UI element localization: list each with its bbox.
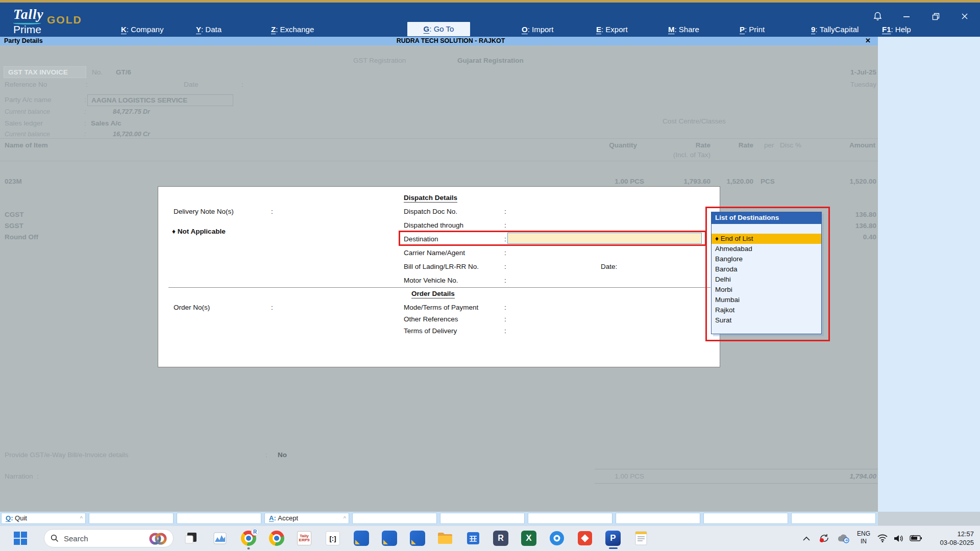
onedrive-cloud-icon[interactable]	[836, 530, 850, 546]
command-bar-right-fill	[878, 512, 980, 525]
r-app-icon[interactable]: R	[493, 530, 509, 546]
terms-of-delivery-label[interactable]: Terms of Delivery	[404, 327, 457, 335]
menu-import[interactable]: O: Import	[522, 25, 554, 34]
chrome-icon[interactable]	[268, 530, 285, 546]
expand-chevron-icon[interactable]: ^	[80, 513, 83, 523]
command-button-empty	[89, 513, 174, 524]
bracket-app-icon[interactable]: [:]	[325, 530, 341, 546]
party-balance-label: Current balance	[5, 108, 50, 115]
destination-option[interactable]: Banglore	[712, 254, 821, 264]
restore-icon[interactable]	[929, 10, 942, 23]
volume-icon[interactable]	[892, 530, 905, 546]
destination-option[interactable]: Rajkot	[712, 305, 821, 315]
menu-company[interactable]: K: Company	[121, 25, 163, 34]
bill-of-lading-label[interactable]: Bill of Lading/LR-RR No.	[404, 263, 479, 270]
narration-label: Narration	[5, 472, 33, 480]
item-amount: 1,520.00	[774, 178, 876, 185]
command-button-empty	[177, 513, 261, 524]
close-screen-icon[interactable]: ✕	[865, 37, 871, 44]
tallyprime-active-icon[interactable]: P	[605, 530, 621, 546]
accept-button[interactable]: A: Accept ^	[264, 513, 349, 524]
notification-bell-icon[interactable]	[871, 10, 884, 23]
menu-help[interactable]: F1: Help	[882, 25, 911, 34]
wifi-icon[interactable]	[876, 530, 889, 546]
destination-option[interactable]: Morbi	[712, 285, 821, 295]
excel-icon[interactable]: X	[521, 530, 537, 546]
task-view-icon[interactable]	[183, 530, 199, 546]
command-button-empty	[440, 513, 525, 524]
order-no-label[interactable]: Order No(s)	[174, 304, 210, 311]
right-panel	[878, 45, 980, 512]
sales-ledger-label: Sales ledger	[5, 119, 43, 127]
performance-monitor-icon[interactable]	[212, 530, 228, 546]
blue-circle-app-icon[interactable]	[549, 530, 565, 546]
destination-option[interactable]: Surat	[712, 315, 821, 325]
total-amount: 1,794.00	[774, 472, 876, 480]
gst-registration-label: GST Registration	[353, 57, 406, 64]
language-indicator[interactable]: ENG IN	[854, 530, 873, 545]
chrome-profile-badge: R	[251, 528, 259, 536]
blue-app-icon-2[interactable]	[381, 530, 398, 546]
command-button-empty	[616, 513, 700, 524]
destinations-popup: List of Destinations ♦ End of List Ahmed…	[711, 212, 822, 334]
expand-chevron-icon[interactable]: ^	[344, 513, 346, 523]
menu-go-to[interactable]: G: Go To	[407, 22, 470, 36]
clock[interactable]: 12:57 03-08-2025	[930, 530, 974, 547]
destination-option[interactable]: Ahmedabad	[712, 244, 821, 254]
motor-vehicle-label[interactable]: Motor Vehicle No.	[404, 277, 458, 284]
voucher-date: 1-Jul-25	[774, 68, 876, 76]
reference-no-label: Reference No	[5, 81, 47, 88]
other-references-label[interactable]: Other References	[404, 315, 458, 323]
blue-app-icon-3[interactable]	[409, 530, 426, 546]
carrier-label[interactable]: Carrier Name/Agent	[404, 249, 465, 257]
destination-option-end-of-list[interactable]: ♦ End of List	[712, 234, 821, 244]
blue-app-icon-1[interactable]	[353, 530, 370, 546]
command-button-empty	[703, 513, 788, 524]
menu-tallycapital[interactable]: 9: TallyCapital	[811, 25, 859, 34]
file-explorer-icon[interactable]	[437, 530, 453, 546]
clock-time: 12:57	[930, 530, 974, 538]
destination-option[interactable]: Mumbai	[712, 295, 821, 305]
dispatch-details-dialog: Dispatch Details Delivery Note No(s) : ♦…	[158, 186, 720, 367]
minimize-icon[interactable]	[900, 10, 913, 23]
sales-balance-label: Current balance	[5, 131, 50, 138]
col-rate-incl-sub: (Incl. of Tax)	[608, 151, 710, 159]
sync-recording-icon[interactable]	[818, 530, 831, 546]
destination-input[interactable]	[507, 233, 702, 244]
start-button[interactable]	[12, 530, 29, 546]
command-button-empty	[791, 513, 876, 524]
command-button-empty	[352, 513, 437, 524]
red-diamond-app-icon[interactable]	[577, 530, 593, 546]
close-window-icon[interactable]	[958, 10, 971, 23]
col-name-of-item: Name of Item	[5, 141, 48, 149]
chrome-profile-icon[interactable]: R	[240, 530, 257, 546]
search-box[interactable]: Search	[44, 529, 174, 547]
tally-logo: Tally	[13, 7, 44, 22]
bol-date-label[interactable]: Date:	[601, 263, 617, 270]
grid-app-icon[interactable]	[465, 530, 481, 546]
battery-icon[interactable]	[908, 530, 923, 546]
menu-share[interactable]: M: Share	[668, 25, 699, 34]
destination-option[interactable]: Delhi	[712, 274, 821, 285]
menu-data[interactable]: Y: Data	[196, 25, 222, 34]
destination-option[interactable]: Baroda	[712, 264, 821, 274]
tally-erp9-icon[interactable]: Tally ERP9	[296, 530, 312, 546]
active-app-indicator	[609, 547, 618, 549]
col-amount: Amount	[773, 141, 875, 149]
dispatch-details-title: Dispatch Details	[404, 194, 457, 203]
quit-button[interactable]: Q: Quit ^	[1, 513, 86, 524]
payment-mode-label[interactable]: Mode/Terms of Payment	[404, 304, 478, 311]
ledger-name: SGST	[5, 222, 23, 230]
menu-export[interactable]: E: Export	[596, 25, 628, 34]
dispatched-through-label[interactable]: Dispatched through	[404, 221, 463, 229]
notepad-icon[interactable]	[633, 530, 649, 546]
tray-expand-chevron-icon[interactable]	[800, 530, 813, 546]
ledger-name: Round Off	[5, 233, 38, 241]
order-details-title: Order Details	[411, 290, 455, 298]
delivery-note-label[interactable]: Delivery Note No(s)	[174, 208, 234, 215]
gold-edition-label: GOLD	[47, 14, 82, 26]
menu-exchange[interactable]: Z: Exchange	[271, 25, 314, 34]
dispatch-doc-no-label[interactable]: Dispatch Doc No.	[404, 208, 457, 215]
provide-gst-value: No	[278, 451, 287, 459]
menu-print[interactable]: P: Print	[740, 25, 765, 34]
